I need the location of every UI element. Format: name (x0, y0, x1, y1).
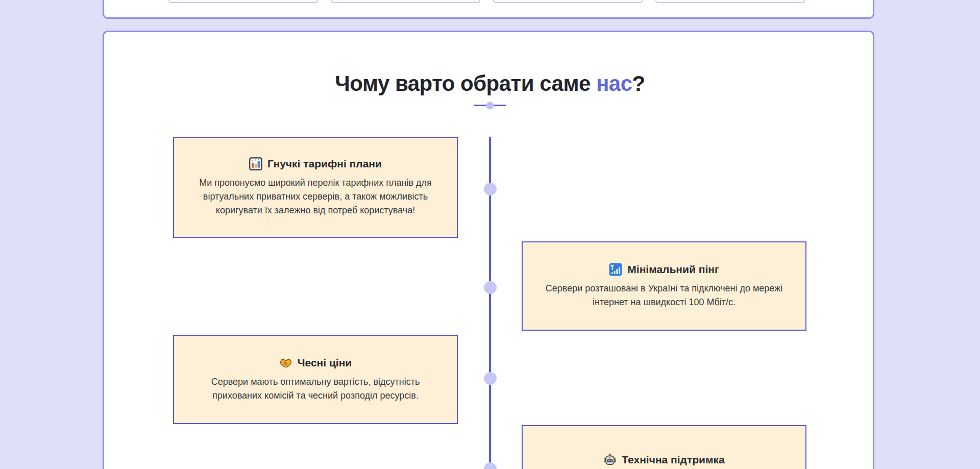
page-title-suffix: ? (632, 71, 645, 95)
page-title-accent: нас (596, 71, 632, 95)
page-title-prefix: Чому варто обрати саме (335, 71, 596, 95)
card-title: Мінімальний пінг (627, 263, 719, 276)
bar-chart-icon (249, 157, 262, 170)
card-title-row: Гнучкі тарифні плани (249, 157, 382, 170)
card-title-row: Технічна підтримка (603, 453, 724, 466)
card-title: Гнучкі тарифні плани (267, 158, 382, 170)
card-body: Сервери розташовані в Україні та підключ… (540, 282, 788, 309)
feature-card-minimal-ping: Мінімальний пінг Сервери розташовані в У… (522, 241, 806, 331)
card-title: Чесні ціни (298, 357, 352, 369)
timeline-dot (484, 372, 497, 385)
divider-dot (486, 102, 494, 109)
timeline-dot (484, 281, 497, 294)
top-partial-card-2[interactable] (331, 0, 480, 3)
card-title-row: Мінімальний пінг (609, 263, 719, 276)
title-divider (474, 105, 506, 106)
card-title: Технічна підтримка (622, 454, 724, 466)
top-partial-card-1[interactable] (168, 0, 318, 3)
signal-bars-icon (609, 263, 622, 276)
handshake-icon (279, 356, 292, 369)
page-title: Чому варто обрати саме нас? (0, 71, 980, 96)
timeline-dot (484, 183, 497, 195)
feature-card-tech-support: Технічна підтримка Виникли питання або п… (522, 425, 806, 469)
top-partial-card-3[interactable] (493, 0, 643, 3)
card-title-row: Чесні ціни (279, 356, 352, 369)
page-body: { "colors": { "page_background": "#dfe0f… (0, 0, 980, 469)
feature-card-honest-prices: Чесні ціни Сервери мають оптимальну варт… (173, 335, 458, 424)
feature-card-tariff-plans: Гнучкі тарифні плани Ми пропонуємо широк… (173, 137, 458, 238)
card-body: Сервери мають оптимальну вартість, відсу… (191, 375, 439, 403)
top-partial-card-4[interactable] (655, 0, 805, 3)
card-body: Ми пропонуємо широкий перелік тарифних п… (191, 176, 439, 217)
robot-icon (603, 453, 617, 466)
